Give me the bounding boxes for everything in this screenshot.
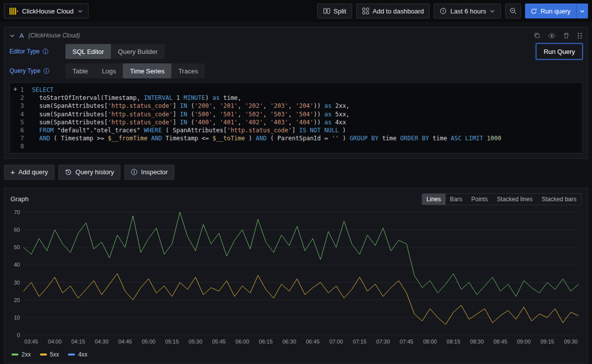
duplicate-query-button[interactable] <box>534 32 541 39</box>
svg-text:04:30: 04:30 <box>95 339 109 345</box>
run-query-inline-button[interactable]: Run Query <box>536 43 583 59</box>
run-query-split-button: Run query <box>525 3 588 18</box>
svg-text:30: 30 <box>14 279 20 285</box>
info-circle-icon <box>131 169 137 175</box>
query-footer-actions: + Add query Query history Inspector <box>4 165 588 180</box>
apps-grid-icon <box>362 7 369 14</box>
add-query-label: Add query <box>18 168 48 176</box>
toggle-visibility-button[interactable] <box>548 32 556 39</box>
query-type-table[interactable]: Table <box>65 63 95 78</box>
split-button[interactable]: Split <box>317 3 352 18</box>
legend-item-5xx[interactable]: 5xx <box>40 351 59 358</box>
query-datasource-hint: (ClickHouse Cloud) <box>28 32 80 39</box>
sql-line: 5 sum(SpanAttributes['http.status_code']… <box>10 118 582 126</box>
svg-text:06:30: 06:30 <box>282 339 296 345</box>
svg-text:60: 60 <box>14 227 20 233</box>
line-number: +1 <box>10 86 32 94</box>
svg-text:04:00: 04:00 <box>48 339 62 345</box>
display-mode-lines[interactable]: Lines <box>422 194 446 205</box>
editor-type-query-builder[interactable]: Query Builder <box>111 44 164 59</box>
clock-icon <box>440 7 447 14</box>
query-header-actions <box>534 32 583 39</box>
svg-text:08:30: 08:30 <box>470 339 484 345</box>
display-mode-points[interactable]: Points <box>467 194 492 205</box>
editor-type-sql-editor[interactable]: SQL Editor <box>65 44 111 59</box>
sql-line: 3 sum(SpanAttributes['http.status_code']… <box>10 102 582 110</box>
graph-header: Graph LinesBarsPointsStacked linesStacke… <box>4 188 588 206</box>
svg-text:07:15: 07:15 <box>353 339 367 345</box>
query-type-label: Query Type <box>9 67 59 74</box>
svg-text:05:30: 05:30 <box>189 339 203 345</box>
query-type-logs[interactable]: Logs <box>95 63 123 78</box>
svg-text:07:45: 07:45 <box>400 339 414 345</box>
query-type-row: Query Type TableLogsTime SeriesTraces <box>4 63 588 78</box>
time-range-label: Last 6 hours <box>450 7 486 15</box>
graph-panel: Graph LinesBarsPointsStacked linesStacke… <box>4 188 588 364</box>
legend-item-2xx[interactable]: 2xx <box>11 351 31 358</box>
svg-text:08:15: 08:15 <box>447 339 461 345</box>
svg-text:09:30: 09:30 <box>564 339 578 345</box>
line-number: 4 <box>10 110 32 118</box>
svg-text:0: 0 <box>17 332 20 338</box>
zoom-out-icon <box>510 7 517 15</box>
query-history-label: Query history <box>75 168 114 176</box>
inspector-label: Inspector <box>141 168 167 176</box>
legend-swatch <box>40 354 47 356</box>
display-mode-bars[interactable]: Bars <box>446 194 467 205</box>
line-number: 5 <box>10 118 32 126</box>
collapse-chevron-icon[interactable] <box>9 33 15 38</box>
inspector-button[interactable]: Inspector <box>124 165 174 180</box>
run-query-label: Run query <box>541 7 571 15</box>
svg-text:40: 40 <box>14 262 20 268</box>
svg-text:50: 50 <box>14 244 20 250</box>
info-icon[interactable] <box>43 68 49 74</box>
editor-type-label: Editor Type <box>9 48 59 55</box>
add-query-button[interactable]: + Add query <box>4 165 54 180</box>
query-type-time-series[interactable]: Time Series <box>123 63 171 78</box>
run-query-dropdown-button[interactable] <box>576 3 588 18</box>
sync-icon <box>531 8 537 14</box>
topbar: ClickHouse Cloud Split Add to dashboard … <box>0 0 592 22</box>
query-editor-panel: A (ClickHouse Cloud) Editor Type <box>4 27 588 159</box>
sql-line: 2 toStartOfInterval(Timestamp, INTERVAL … <box>10 94 582 102</box>
drag-handle[interactable] <box>577 32 583 39</box>
sql-editor[interactable]: +1SELECT2 toStartOfInterval(Timestamp, I… <box>9 82 583 153</box>
editor-type-row: Editor Type SQL EditorQuery Builder Run … <box>4 43 588 59</box>
svg-text:20: 20 <box>14 297 20 303</box>
plus-icon: + <box>10 168 15 176</box>
svg-text:05:45: 05:45 <box>212 339 226 345</box>
display-mode-stacked-bars[interactable]: Stacked bars <box>537 194 581 205</box>
time-range-picker[interactable]: Last 6 hours <box>434 3 501 18</box>
line-number: 2 <box>10 94 32 102</box>
zoom-out-button[interactable] <box>505 3 521 18</box>
query-header: A (ClickHouse Cloud) <box>4 27 588 43</box>
svg-text:05:15: 05:15 <box>165 339 179 345</box>
time-series-chart[interactable]: 01020304050607003:4504:0004:1504:3004:45… <box>4 206 588 349</box>
add-to-dashboard-button[interactable]: Add to dashboard <box>356 3 430 18</box>
query-type-traces[interactable]: Traces <box>171 63 205 78</box>
chevron-down-icon <box>77 8 83 14</box>
display-mode-stacked-lines[interactable]: Stacked lines <box>493 194 537 205</box>
svg-text:06:45: 06:45 <box>306 339 320 345</box>
query-ref-id: A <box>19 32 24 39</box>
info-icon[interactable] <box>42 48 48 54</box>
legend-swatch <box>11 354 18 356</box>
editor-type-group: SQL EditorQuery Builder <box>65 44 165 59</box>
remove-query-button[interactable] <box>563 32 570 39</box>
svg-text:05:00: 05:00 <box>142 339 156 345</box>
plus-icon: + <box>13 85 17 93</box>
query-history-button[interactable]: Query history <box>58 165 120 180</box>
datasource-label: ClickHouse Cloud <box>22 7 73 15</box>
svg-text:70: 70 <box>14 209 20 215</box>
run-query-button[interactable]: Run query <box>525 3 576 18</box>
svg-text:04:15: 04:15 <box>71 339 85 345</box>
legend-swatch <box>68 354 75 356</box>
svg-text:08:00: 08:00 <box>423 339 437 345</box>
split-label: Split <box>334 7 346 15</box>
clickhouse-logo-icon <box>9 7 18 15</box>
split-icon <box>323 7 330 14</box>
line-number: 7 <box>10 134 32 142</box>
svg-text:03:45: 03:45 <box>24 339 38 345</box>
legend-item-4xx[interactable]: 4xx <box>68 351 87 358</box>
datasource-picker[interactable]: ClickHouse Cloud <box>4 3 88 18</box>
